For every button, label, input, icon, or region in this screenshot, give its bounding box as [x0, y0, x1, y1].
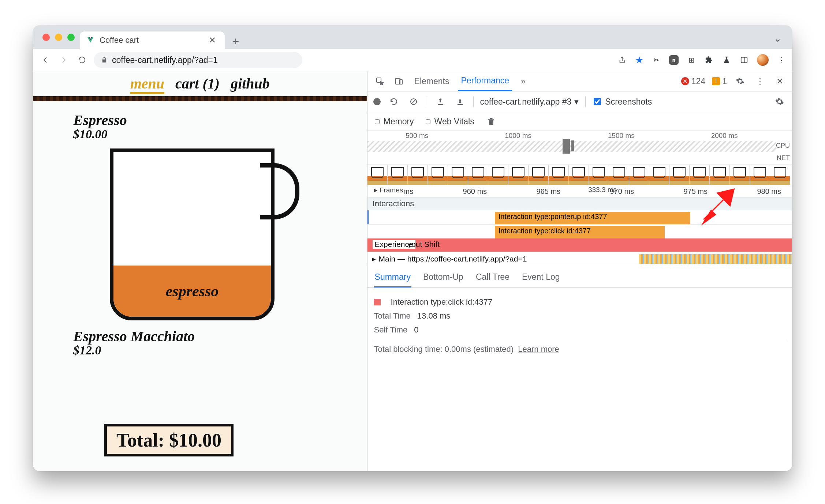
expand-icon[interactable]: ▸ — [372, 255, 376, 263]
filmstrip-thumb[interactable] — [428, 165, 448, 185]
inspect-element-icon[interactable] — [373, 75, 387, 88]
devtools-settings-icon[interactable] — [733, 75, 747, 88]
overview-tick: 1500 ms — [608, 132, 635, 140]
product-price: $10.00 — [73, 127, 367, 141]
close-tab-icon[interactable]: ✕ — [209, 35, 216, 45]
frames-track-label: ▸ Frames — [373, 186, 405, 194]
lock-icon — [101, 57, 108, 63]
ruler-tick: 980 ms — [757, 187, 781, 196]
filmstrip-thumb[interactable] — [569, 165, 589, 185]
minimize-window-icon[interactable] — [55, 34, 62, 41]
tab-more[interactable]: » — [518, 72, 529, 91]
omnibox[interactable]: coffee-cart.netlify.app/?ad=1 — [94, 52, 302, 68]
filmstrip-thumb[interactable] — [669, 165, 690, 185]
filmstrip-thumb[interactable] — [770, 165, 790, 185]
filmstrip-thumb[interactable] — [730, 165, 750, 185]
filmstrip-thumb[interactable] — [710, 165, 730, 185]
overview-tick: 2000 ms — [711, 132, 738, 140]
flame-chart[interactable]: ▸ Frames 333.3 ms 955 ms 960 ms 965 ms 9… — [367, 185, 792, 266]
total-prefix: Total: — [116, 430, 169, 451]
browser-tab[interactable]: Coffee cart ✕ — [80, 31, 225, 49]
forward-button[interactable] — [57, 53, 70, 67]
zoom-window-icon[interactable] — [67, 34, 75, 41]
tab-performance[interactable]: Performance — [458, 71, 512, 91]
summary-title: Interaction type:click id:4377 — [391, 297, 493, 307]
nav-menu[interactable]: menu — [130, 75, 164, 94]
clear-icon[interactable] — [407, 95, 420, 108]
layout-shift-label: yout Shift — [408, 240, 440, 249]
main-thread-track[interactable]: ▸ Main — https://coffee-cart.netlify.app… — [367, 252, 792, 266]
tbt-text: Total blocking time: 0.00ms (estimated) — [374, 345, 514, 354]
new-tab-button[interactable]: ＋ — [228, 33, 244, 49]
load-profile-icon[interactable] — [434, 95, 447, 108]
screenshot-filmstrip[interactable] — [367, 165, 792, 185]
filmstrip-thumb[interactable] — [448, 165, 468, 185]
filmstrip-thumb[interactable] — [529, 165, 549, 185]
filmstrip-thumb[interactable] — [388, 165, 408, 185]
devtools-close-icon[interactable]: ✕ — [773, 75, 786, 88]
experience-track[interactable]: Experience yout Shift — [367, 238, 792, 252]
total-time-value: 13.08 ms — [417, 311, 451, 321]
overview-timeline[interactable]: 500 ms 1000 ms 1500 ms 2000 ms CPU NET — [367, 131, 792, 165]
filmstrip-thumb[interactable] — [549, 165, 569, 185]
tab-summary[interactable]: Summary — [374, 270, 411, 287]
interactions-track-label[interactable]: Interactions — [367, 197, 792, 210]
filmstrip-thumb[interactable] — [508, 165, 529, 185]
nav-cart[interactable]: cart (1) — [175, 75, 220, 94]
sidepanel-icon[interactable] — [739, 55, 749, 65]
capture-settings-icon[interactable] — [773, 95, 786, 108]
warning-count-badge[interactable]: !1 — [712, 76, 727, 86]
devtools-kebab-icon[interactable]: ⋮ — [753, 75, 766, 88]
tab-bottomup[interactable]: Bottom-Up — [422, 270, 464, 287]
main-flame-stripes — [639, 254, 792, 264]
filmstrip-thumb[interactable] — [468, 165, 488, 185]
back-button[interactable] — [39, 53, 52, 67]
record-button[interactable] — [373, 98, 381, 105]
filmstrip-thumb[interactable] — [750, 165, 770, 185]
share-icon[interactable] — [617, 55, 627, 65]
tab-eventlog[interactable]: Event Log — [521, 270, 561, 287]
tab-calltree[interactable]: Call Tree — [475, 270, 510, 287]
recording-select[interactable]: coffee-cart.netlify.app #3 ▾ — [480, 97, 579, 107]
bookmark-star-icon[interactable]: ★ — [635, 54, 643, 66]
scissors-icon[interactable]: ✂︎ — [652, 55, 661, 65]
memory-checkbox[interactable]: Memory — [373, 117, 414, 127]
product-price: $12.0 — [73, 343, 367, 357]
extension-n-icon[interactable]: n — [669, 55, 679, 65]
extensions-puzzle-icon[interactable] — [704, 55, 714, 65]
nav-github[interactable]: github — [231, 75, 270, 94]
total-value: $10.00 — [169, 430, 221, 451]
filmstrip-thumb[interactable] — [408, 165, 428, 185]
filmstrip-thumb[interactable] — [488, 165, 508, 185]
chrome-menu-icon[interactable]: ⋮ — [777, 55, 786, 65]
banner-strip — [33, 96, 367, 101]
filmstrip-thumb[interactable] — [367, 165, 388, 185]
tabs-menu-icon[interactable]: ⌄ — [774, 33, 782, 44]
interaction-bar-pointerup[interactable]: Interaction type:pointerup id:4377 — [495, 212, 690, 224]
close-window-icon[interactable] — [42, 34, 50, 41]
extension-grid-icon[interactable]: ⊞ — [687, 55, 696, 65]
interaction-bar-click[interactable]: Interaction type:click id:4377 — [495, 226, 665, 238]
interactions-track: Interactions Interaction type:pointerup … — [367, 197, 792, 238]
filmstrip-thumb[interactable] — [589, 165, 609, 185]
profile-avatar[interactable] — [757, 54, 769, 66]
filmstrip-thumb[interactable] — [690, 165, 710, 185]
filmstrip-thumb[interactable] — [649, 165, 669, 185]
error-count-badge[interactable]: ✕124 — [681, 76, 705, 86]
webvitals-checkbox[interactable]: Web Vitals — [424, 117, 474, 127]
learn-more-link[interactable]: Learn more — [518, 345, 559, 354]
tab-elements[interactable]: Elements — [411, 72, 452, 91]
cart-total-badge[interactable]: Total: $10.00 — [104, 424, 234, 456]
screenshots-checkbox[interactable]: Screenshots — [592, 97, 652, 107]
ruler-tick: 975 ms — [683, 187, 708, 196]
reload-button[interactable] — [75, 53, 89, 67]
labs-flask-icon[interactable] — [722, 55, 731, 65]
garbage-collect-icon[interactable] — [485, 115, 498, 128]
tab-strip: Coffee cart ✕ ＋ ⌄ — [33, 26, 792, 49]
coffee-cup-illustration[interactable]: espresso — [110, 148, 278, 313]
reload-record-icon[interactable] — [387, 95, 400, 108]
save-profile-icon[interactable] — [453, 95, 467, 108]
filmstrip-thumb[interactable] — [629, 165, 649, 185]
device-toolbar-icon[interactable] — [392, 75, 406, 88]
filmstrip-thumb[interactable] — [609, 165, 629, 185]
